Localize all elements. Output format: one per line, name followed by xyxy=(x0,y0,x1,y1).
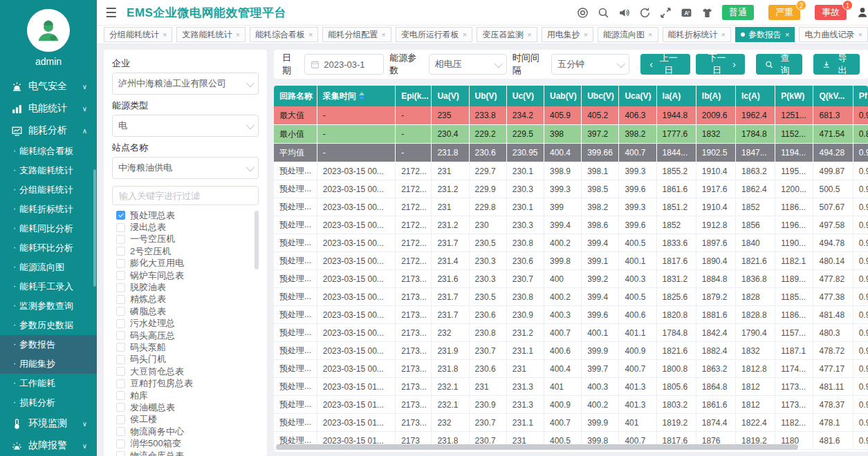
tab-item[interactable]: 能源流向图× xyxy=(598,27,658,42)
circuit-list-item[interactable]: 脱胶油表 xyxy=(112,281,259,293)
column-header[interactable]: Ub(V) xyxy=(469,86,506,106)
circuit-list-item[interactable]: 浸出总表 xyxy=(112,221,259,233)
column-header[interactable]: Uab(V) xyxy=(544,86,581,106)
column-header[interactable]: Epi(k... xyxy=(396,86,432,106)
circuit-list-item[interactable]: 大豆筒仓总表 xyxy=(112,365,259,377)
circuit-list-item[interactable]: 精炼总表 xyxy=(112,294,259,305)
checkbox[interactable] xyxy=(116,283,125,292)
checkbox[interactable] xyxy=(116,427,125,436)
checkbox[interactable] xyxy=(116,259,125,268)
search-icon[interactable] xyxy=(598,7,609,19)
column-header[interactable]: Q(kV... xyxy=(813,86,853,106)
close-icon[interactable]: × xyxy=(858,31,862,39)
sidebar-submenu-item[interactable]: 工作能耗 xyxy=(0,374,97,393)
tab-item[interactable]: 支路能耗统计× xyxy=(176,27,245,42)
checkbox[interactable] xyxy=(116,451,125,456)
skin-icon[interactable] xyxy=(701,7,713,19)
circuit-list-item[interactable]: 一号空压机 xyxy=(112,234,259,245)
circuit-list-item[interactable]: 润华500箱变 xyxy=(112,437,259,449)
circuit-list-item[interactable]: 侯工楼 xyxy=(112,414,259,426)
alarm-level-accident-button[interactable]: 事故 1 xyxy=(815,5,847,20)
sidebar-submenu-item[interactable]: 监测参数查询 xyxy=(0,296,97,316)
column-header[interactable]: Ubc(V) xyxy=(582,86,619,106)
circuit-list-item[interactable]: 码头门机 xyxy=(112,354,259,365)
tab-item[interactable]: 变电所运行看板× xyxy=(396,27,472,42)
checkbox[interactable] xyxy=(116,415,125,424)
tab-item[interactable]: 电力曲线记录× xyxy=(799,27,867,42)
circuit-list-item[interactable]: 预处理总表 xyxy=(112,209,259,221)
energy-type-select[interactable]: 电 xyxy=(112,115,259,137)
checkbox[interactable] xyxy=(116,295,125,304)
column-header[interactable]: Ib(A) xyxy=(696,86,735,106)
close-icon[interactable]: × xyxy=(721,31,726,39)
sidebar-menu-item[interactable]: 电气安全∨ xyxy=(0,75,97,97)
close-icon[interactable]: × xyxy=(463,31,467,39)
checkbox[interactable] xyxy=(116,379,125,388)
sort-icon[interactable] xyxy=(359,92,364,100)
fullscreen-icon[interactable] xyxy=(660,7,672,19)
tab-item[interactable]: 能耗折标统计× xyxy=(663,27,731,42)
circuit-list-item[interactable]: 粕库 xyxy=(112,390,259,401)
close-icon[interactable]: × xyxy=(785,31,789,39)
prev-day-button[interactable]: ‹ 上一日 xyxy=(640,54,690,75)
sidebar-scrollbar[interactable] xyxy=(93,169,96,287)
date-picker[interactable]: 2023-03-1 xyxy=(304,54,384,75)
close-icon[interactable]: × xyxy=(527,31,531,39)
volume-icon[interactable] xyxy=(618,7,630,19)
keyword-filter-input[interactable] xyxy=(112,186,259,205)
checkbox[interactable] xyxy=(116,439,125,448)
energy-param-select[interactable]: 相电压 xyxy=(429,54,507,75)
sidebar-submenu-item[interactable]: 能源流向图 xyxy=(0,258,97,277)
menu-toggle-icon[interactable]: ☰ xyxy=(105,6,117,19)
sidebar-submenu-item[interactable]: 用能集抄 xyxy=(0,354,97,374)
circuit-list-item[interactable]: 码头高压总 xyxy=(112,330,259,341)
theme-target-icon[interactable] xyxy=(577,7,589,19)
close-icon[interactable]: × xyxy=(235,31,239,39)
sidebar-submenu-item[interactable]: 能耗环比分析 xyxy=(0,238,97,258)
tab-item[interactable]: 能耗分组配置× xyxy=(322,27,391,42)
checkbox[interactable] xyxy=(116,355,125,364)
next-day-button[interactable]: 下一日 › xyxy=(696,54,745,75)
close-icon[interactable]: × xyxy=(308,31,313,39)
alarm-level-normal-button[interactable]: 普通 xyxy=(722,5,754,20)
station-select[interactable]: 中海粮油供电 xyxy=(112,157,259,179)
column-header[interactable]: Uc(V) xyxy=(506,86,544,106)
checkbox[interactable] xyxy=(116,235,125,244)
tab-item[interactable]: 变压器监测× xyxy=(477,27,537,42)
query-button[interactable]: 查询 xyxy=(756,54,802,75)
circuit-list-item[interactable]: 物流商务中心 xyxy=(112,426,259,437)
checklist-scrollbar[interactable] xyxy=(255,211,259,269)
sidebar-submenu-item[interactable]: 分组能耗统计 xyxy=(0,180,97,200)
checkbox[interactable] xyxy=(116,307,125,316)
refresh-icon[interactable] xyxy=(639,7,651,19)
sidebar-menu-item[interactable]: 故障报警∨ xyxy=(0,435,97,456)
checkbox[interactable] xyxy=(116,223,125,232)
checkbox[interactable] xyxy=(116,319,125,328)
checkbox[interactable] xyxy=(116,367,125,376)
translate-icon[interactable]: Az xyxy=(681,7,692,19)
checkbox[interactable] xyxy=(116,343,125,352)
circuit-list-item[interactable]: 膨化大豆用电 xyxy=(112,258,259,269)
column-header[interactable]: Ua(V) xyxy=(432,86,469,106)
tab-item[interactable]: 能耗综合看板× xyxy=(250,27,318,42)
interval-select[interactable]: 五分钟 xyxy=(551,54,629,75)
sidebar-menu-item[interactable]: 能耗分析∧ xyxy=(0,120,97,142)
sidebar-submenu-item[interactable]: 支路能耗统计 xyxy=(0,161,97,180)
company-select[interactable]: 泸州中海粮油工业有限公司 xyxy=(112,73,259,95)
checkbox[interactable] xyxy=(116,391,125,400)
alarm-level-severe-button[interactable]: 严重 2 xyxy=(768,5,800,20)
sidebar-submenu-item[interactable]: 能耗综合看板 xyxy=(0,142,97,161)
circuit-list-item[interactable]: 磷脂总表 xyxy=(112,305,259,317)
close-icon[interactable]: × xyxy=(163,31,167,39)
horizontal-scrollbar[interactable] xyxy=(276,444,798,450)
sidebar-submenu-item[interactable]: 能耗同比分析 xyxy=(0,219,97,238)
sidebar-menu-item[interactable]: 环境监测∨ xyxy=(0,412,97,435)
column-header[interactable]: 回路名称 xyxy=(274,86,317,106)
sidebar-submenu-item[interactable]: 能耗折标统计 xyxy=(0,200,97,219)
column-header[interactable]: Ia(A) xyxy=(656,86,696,106)
column-header[interactable]: Uca(V) xyxy=(619,86,656,106)
checkbox[interactable] xyxy=(116,403,125,412)
sidebar-submenu-item[interactable]: 能耗手工录入 xyxy=(0,277,97,296)
circuit-list-item[interactable]: 发油棚总表 xyxy=(112,401,259,413)
tab-item[interactable]: 用电集抄× xyxy=(542,27,593,42)
